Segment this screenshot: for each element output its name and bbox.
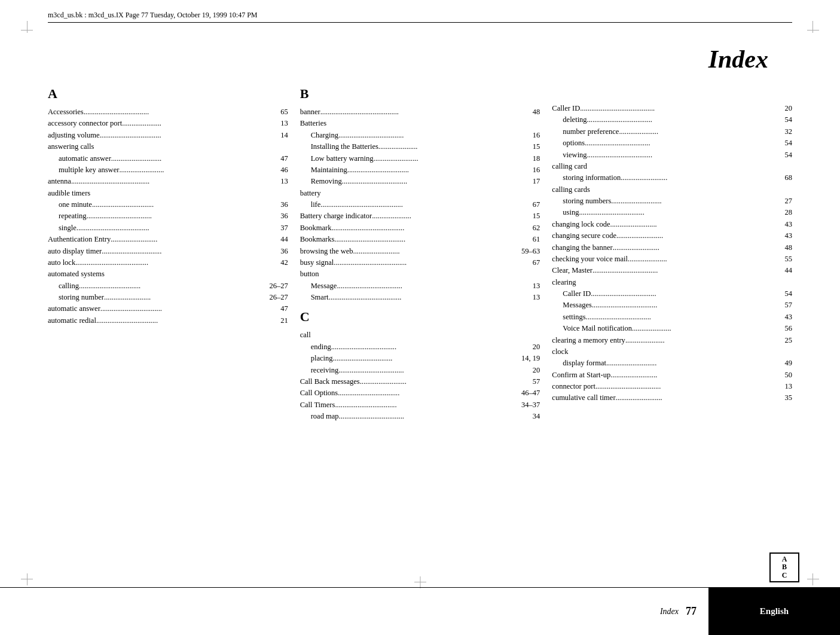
list-item: busy signal ............................…: [300, 257, 540, 268]
list-item: Authentication Entry ...................…: [48, 234, 288, 245]
list-item: settings ...............................…: [552, 312, 792, 323]
list-item: Confirm at Start-up ....................…: [552, 370, 792, 381]
list-item: call: [300, 329, 540, 341]
content-area: A Accessories ..........................…: [48, 84, 792, 575]
list-item: button: [300, 268, 540, 280]
list-item: Smart ..................................…: [300, 292, 540, 303]
list-item: options ................................…: [552, 138, 792, 149]
list-item: changing the banner ....................…: [552, 242, 792, 254]
list-item: viewing ................................…: [552, 149, 792, 161]
list-item: checking your voice mail ...............…: [552, 254, 792, 265]
list-item: calling card: [552, 161, 792, 172]
list-item: Caller ID ..............................…: [552, 103, 792, 114]
list-item: changing lock code .....................…: [552, 219, 792, 230]
footer-index-label: Index: [660, 607, 679, 616]
list-item: using ..................................…: [552, 207, 792, 218]
list-item: receiving ..............................…: [300, 365, 540, 376]
header-text: m3cd_us.bk : m3cd_us.IX Page 77 Tuesday,…: [48, 11, 258, 19]
list-item: Battery charge indicator ...............…: [300, 210, 540, 222]
list-item: display format .........................…: [552, 358, 792, 369]
list-item: repeating ..............................…: [48, 210, 288, 222]
list-item: road map ...............................…: [300, 411, 540, 422]
list-item: Batteries: [300, 118, 540, 129]
list-item: cumulative call timer ..................…: [552, 392, 792, 404]
list-item: battery: [300, 188, 540, 199]
column-c2: Caller ID ..............................…: [552, 84, 792, 575]
list-item: placing ................................…: [300, 353, 540, 364]
list-item: browsing the web .......................…: [300, 246, 540, 257]
list-item: calling ................................…: [48, 280, 288, 292]
list-item: clearing: [552, 277, 792, 288]
section-letter-c: C: [300, 309, 540, 325]
footer-language-box: English: [708, 588, 840, 635]
list-item: Call Timers ............................…: [300, 399, 540, 411]
list-item: Removing ...............................…: [300, 176, 540, 187]
list-item: clock: [552, 346, 792, 358]
list-item: banner .................................…: [300, 106, 540, 118]
list-item: deleting ...............................…: [552, 114, 792, 126]
list-item: storing information ....................…: [552, 172, 792, 184]
list-item: single .................................…: [48, 222, 288, 234]
list-item: Bookmark ...............................…: [300, 222, 540, 234]
list-item: auto display timer .....................…: [48, 246, 288, 257]
list-item: number preference ..................... …: [552, 126, 792, 138]
section-letter-b: B: [300, 86, 540, 102]
list-item: clearing a memory entry ................…: [552, 335, 792, 346]
list-item: automatic answer .......................…: [48, 153, 288, 164]
list-item: answering calls: [48, 141, 288, 152]
list-item: one minute .............................…: [48, 199, 288, 210]
list-item: auto lock ..............................…: [48, 257, 288, 268]
list-item: audible timers: [48, 188, 288, 199]
list-item: Voice Mail notification ................…: [552, 323, 792, 334]
list-item: automatic redial .......................…: [48, 315, 288, 326]
list-item: Accessories ............................…: [48, 106, 288, 118]
page-header: m3cd_us.bk : m3cd_us.IX Page 77 Tuesday,…: [48, 11, 792, 23]
list-item: storing number .........................…: [48, 292, 288, 303]
list-item: antenna ................................…: [48, 176, 288, 187]
list-item: Caller ID ..............................…: [552, 288, 792, 300]
list-item: connector port .........................…: [552, 381, 792, 392]
list-item: Bookmarks ..............................…: [300, 234, 540, 245]
list-item: automated systems: [48, 268, 288, 280]
list-item: changing secure code ...................…: [552, 230, 792, 242]
page-title: Index: [708, 45, 768, 74]
page-footer: Index 77 English: [0, 587, 840, 635]
list-item: Clear, Master ..........................…: [552, 265, 792, 276]
list-item: Charging ...............................…: [300, 130, 540, 141]
list-item: Installing the Batteries ...............…: [300, 141, 540, 152]
list-item: automatic answer .......................…: [48, 303, 288, 315]
list-item: Maintaining ............................…: [300, 164, 540, 176]
list-item: adjusting volume .......................…: [48, 130, 288, 141]
footer-language: English: [760, 606, 789, 616]
list-item: storing numbers ........................…: [552, 196, 792, 207]
list-item: calling cards: [552, 184, 792, 196]
list-item: Call Options ...........................…: [300, 387, 540, 399]
list-item: accessory connector port ...............…: [48, 118, 288, 129]
list-item: multiple key answer ....................…: [48, 164, 288, 176]
list-item: Message ................................…: [300, 280, 540, 292]
list-item: Call Back messages .....................…: [300, 376, 540, 387]
list-item: life ...................................…: [300, 199, 540, 210]
column-a: A Accessories ..........................…: [48, 84, 300, 575]
list-item: ending .................................…: [300, 341, 540, 353]
footer-center: Index 77: [48, 605, 708, 618]
column-bc: B banner ...............................…: [300, 84, 552, 575]
section-letter-a: A: [48, 86, 288, 102]
footer-page-number: 77: [686, 605, 697, 618]
list-item: Messages ...............................…: [552, 300, 792, 311]
list-item: Low battery warning ....................…: [300, 153, 540, 164]
abc-badge: A B C: [769, 552, 799, 582]
